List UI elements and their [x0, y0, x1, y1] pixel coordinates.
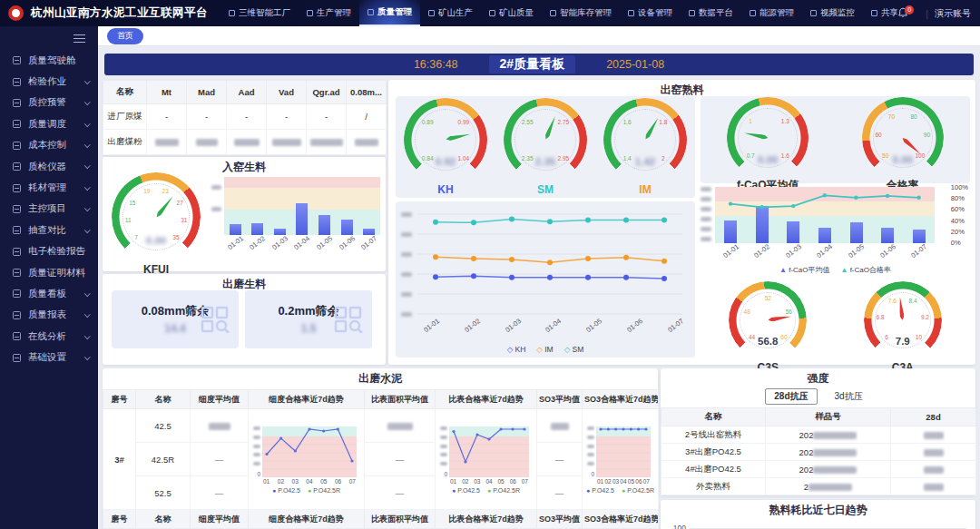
nav-item[interactable]: 共享库存 [863, 0, 897, 26]
sidebar-item-label: 成本控制 [28, 139, 66, 152]
share-icon [13, 269, 21, 277]
nav-item[interactable]: 数据平台 [681, 0, 741, 26]
sidebar-item[interactable]: 质检仪器 [0, 156, 98, 177]
redacted-value [701, 187, 711, 191]
redacted-value [551, 423, 569, 430]
sidebar-item-label: 质检仪器 [28, 161, 66, 173]
x-tick-label: 01-02 [753, 242, 772, 260]
coal-col-header: Qgr.ad [307, 81, 347, 104]
coal-table-panel: 名称MtMadAadVadQgr.ad0.08m...进厂原煤-----/出磨煤… [103, 80, 386, 155]
nav-item[interactable]: 质量管理 [359, 0, 420, 26]
navbar-menu: 三维智能工厂生产管理质量管理矿山生产矿山质量智能库存管理设备管理数据平台能源管理… [220, 0, 897, 26]
x-tick-label: 01-06 [338, 234, 357, 251]
sidebar-item[interactable]: 基础设置 [0, 347, 98, 367]
app-title: 杭州山亚南方水泥工业互联网平台 [31, 5, 208, 21]
cement-col-header: 比表合格率近7d趋势 [436, 390, 537, 409]
sample-name: 2号线出窑熟料 [662, 426, 766, 444]
redacted-value [310, 139, 343, 146]
legend-item: ● P.O42.5 [272, 487, 300, 494]
nav-item[interactable]: 智能库存管理 [542, 0, 620, 26]
cement-col-header: 细度平均值 [191, 510, 249, 529]
nav-item[interactable]: 视频监控 [802, 0, 863, 26]
coal-cell [267, 130, 307, 155]
sidebar-item[interactable]: 质量看板 [0, 283, 98, 304]
tabstrip: 首页 [98, 26, 980, 46]
sidebar-item[interactable]: 主控项目 [0, 199, 98, 220]
nav-item[interactable]: 生产管理 [299, 0, 359, 26]
redacted-value [196, 139, 218, 146]
strength-title: 强度 [661, 368, 975, 387]
redacted-value [253, 426, 260, 430]
nav-item[interactable]: 设备管理 [620, 0, 681, 26]
sidebar-item[interactable]: 检验作业 [0, 71, 98, 92]
nav-item-icon [871, 10, 877, 16]
gauge-value: 0.00 [112, 235, 201, 246]
redacted-value [587, 462, 594, 465]
nav-item[interactable]: 矿山生产 [420, 0, 481, 26]
cement-table: 磨号名称细度平均值细度合格率近7d趋势比表面积平均值比表合格率近7d趋势SO3平… [103, 389, 659, 529]
chevron-down-icon [84, 311, 90, 317]
redacted-value [587, 445, 594, 448]
list-icon [13, 99, 21, 107]
nav-item-label: 生产管理 [317, 7, 351, 19]
redacted-value [813, 432, 857, 439]
legend-item[interactable]: ◇ SM [564, 345, 584, 354]
sidebar-item[interactable]: 成本控制 [0, 135, 98, 156]
cement-col-header: SO3合格率近7d趋势 [583, 390, 659, 409]
board-header: 16:36:48 2#质量看板 2025-01-08 [104, 54, 974, 75]
cement-col-header: 细度平均值 [191, 390, 249, 409]
cement-col-header: 磨号 [103, 390, 136, 409]
legend-item[interactable]: ◇ KH [507, 345, 526, 354]
gauge-tick-label: 15 [129, 199, 135, 205]
sidebar-item[interactable]: 电子检验报告 [0, 241, 98, 262]
clinker-line-chart: 01-0101-0201-0301-0401-0501-0601-07◇ KH◇… [396, 201, 695, 358]
table-row: 外卖熟料2 [662, 478, 976, 495]
redacted-value [155, 139, 179, 146]
x-tick-label: 01-05 [847, 242, 866, 260]
account-menu[interactable]: 演示账号 [935, 7, 971, 20]
table-row: 出磨煤粉 [103, 130, 387, 155]
nav-item[interactable]: 矿山质量 [481, 0, 542, 26]
table-row: 4#出磨PO42.5202 [662, 461, 976, 478]
sidebar-item[interactable]: 质控预警 [0, 93, 98, 113]
nav-item-label: 共享库存 [881, 7, 897, 19]
sidebar-item[interactable]: 质量报表 [0, 305, 98, 326]
sidebar-item[interactable]: 在线分析 [0, 326, 98, 347]
gauge-tick-label: 2.75 [557, 119, 569, 125]
redacted-value [440, 445, 447, 448]
kiln-feed-panel: 入窑生料 7111519232731350.00KFUI 01-0101-020… [103, 157, 386, 271]
bar [296, 203, 308, 235]
sidebar-item[interactable]: 质量调度 [0, 113, 98, 134]
cement-name: 42.5R [136, 443, 191, 476]
sidebar-item[interactable]: 质量证明材料 [0, 262, 98, 283]
strength-tab[interactable]: 28d抗压 [765, 388, 817, 405]
x-tick-label: 03 [292, 478, 299, 485]
sidebar-item[interactable]: 抽查对比 [0, 220, 98, 240]
table-row: 42.5R——— [103, 443, 659, 476]
gauge-tick-label: 27 [177, 199, 183, 205]
chevron-down-icon [84, 78, 90, 83]
sidebar-item[interactable]: 质量驾驶舱 [0, 50, 98, 71]
legend-item: ● P.O42.5R [308, 487, 340, 494]
cement-col-header: 比表面积平均值 [365, 510, 436, 529]
nav-item[interactable]: 三维智能工厂 [220, 0, 299, 26]
chevron-down-icon [84, 142, 90, 147]
legend-item[interactable]: ▲ f-CaO合格率 [841, 265, 891, 275]
sample-number: 202 [766, 426, 891, 444]
tab-home[interactable]: 首页 [107, 28, 143, 44]
strength-tabs: 28d抗压3d抗压 [661, 388, 975, 405]
main-content: 首页 16:36:48 2#质量看板 2025-01-08 名称MtMadAad… [98, 26, 980, 529]
gauge-tick-label: 0.89 [422, 119, 434, 125]
legend-item[interactable]: ◇ IM [536, 345, 553, 354]
sidebar-collapse-icon[interactable] [74, 34, 85, 43]
nav-item[interactable]: 能源管理 [741, 0, 802, 26]
redacted-value [387, 423, 413, 430]
legend-item[interactable]: ▲ f-CaO平均值 [779, 265, 829, 275]
legend-item: ● P.O42.5 [586, 487, 614, 494]
sidebar-item[interactable]: 耗材管理 [0, 177, 98, 198]
strength-tab[interactable]: 3d抗压 [827, 389, 871, 404]
fineness-avg: — [191, 443, 249, 476]
gauge-tick-label: 60 [875, 131, 881, 137]
table-row: 2号线出窑熟料202 [662, 426, 976, 444]
mill-raw-title: 出磨生料 [103, 274, 386, 292]
